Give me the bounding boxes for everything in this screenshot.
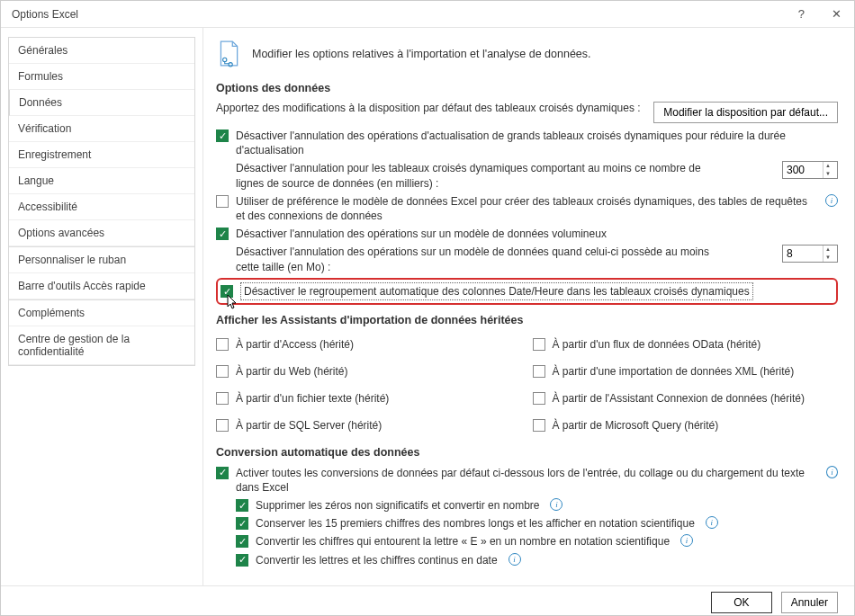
sidebar-item-complements[interactable]: Compléments xyxy=(9,299,194,326)
sidebar-item-label: Langue xyxy=(18,174,54,187)
cancel-button[interactable]: Annuler xyxy=(781,592,838,613)
sidebar-item-label: Données xyxy=(19,96,62,109)
info-icon[interactable]: i xyxy=(550,498,562,511)
sidebar-item-label: Générales xyxy=(18,44,68,57)
sidebar-item-donnees[interactable]: Données xyxy=(9,90,194,116)
svg-point-0 xyxy=(223,58,227,61)
modify-layout-button[interactable]: Modifier la disposition par défaut... xyxy=(653,102,838,123)
opt-disable-undo-model-sub-label: Désactiver l'annulation des opérations s… xyxy=(236,245,722,273)
checkbox-strip-zeros[interactable]: ✓ xyxy=(236,499,248,512)
page-header-text: Modifier les options relatives à l'impor… xyxy=(252,48,591,60)
sidebar-item-label: Vérification xyxy=(18,122,71,135)
sidebar-item-label: Formules xyxy=(18,70,63,83)
checkbox-legacy-sql[interactable] xyxy=(216,419,229,432)
footer: OK Annuler xyxy=(1,585,854,616)
checkbox-legacy-web[interactable] xyxy=(216,365,229,378)
opt-keep-15-digits-label: Conserver les 15 premiers chiffres des n… xyxy=(256,516,695,531)
sidebar-item-label: Enregistrement xyxy=(18,148,91,161)
opt-convert-e-label: Convertir les chiffres qui entourent la … xyxy=(256,534,670,549)
size-threshold-spinner[interactable]: ▲▼ xyxy=(782,245,838,263)
opt-disable-undo-model-label: Désactiver l'annulation des opérations s… xyxy=(236,227,607,241)
titlebar: Options Excel ? ✕ xyxy=(1,1,854,28)
window-title: Options Excel xyxy=(12,8,78,21)
titlebar-buttons: ? ✕ xyxy=(793,5,847,22)
legacy-connection-label: À partir de l'Assistant Connexion de don… xyxy=(553,391,805,406)
sidebar-item-verification[interactable]: Vérification xyxy=(9,116,194,142)
checkbox-legacy-odata[interactable] xyxy=(533,338,545,351)
checkbox-legacy-text[interactable] xyxy=(216,392,229,405)
checkbox-convert-date[interactable]: ✓ xyxy=(236,554,248,567)
legacy-sql-label: À partir de SQL Server (hérité) xyxy=(236,418,382,433)
sidebar-item-langue[interactable]: Langue xyxy=(9,168,194,194)
sidebar-item-label: Personnaliser le ruban xyxy=(18,254,126,266)
sidebar-item-avancees[interactable]: Options avancées xyxy=(9,220,194,246)
checkbox-keep-15-digits[interactable]: ✓ xyxy=(236,517,248,530)
close-button[interactable]: ✕ xyxy=(826,5,847,22)
checkbox-legacy-access[interactable] xyxy=(216,338,229,351)
main-panel: Modifier les options relatives à l'impor… xyxy=(203,28,854,585)
sidebar: Générales Formules Données Vérification … xyxy=(1,28,203,585)
legacy-text-label: À partir d'un fichier texte (hérité) xyxy=(236,391,389,406)
spinner-down-icon[interactable]: ▼ xyxy=(824,254,832,262)
checkbox-legacy-msquery[interactable] xyxy=(533,419,545,432)
opt-disable-undo-refresh-label: Désactiver l'annulation des opérations d… xyxy=(236,129,838,157)
sidebar-item-generales[interactable]: Générales xyxy=(9,38,194,64)
sidebar-item-formules[interactable]: Formules xyxy=(9,64,194,90)
button-label: Modifier la disposition par défaut... xyxy=(663,106,828,119)
legacy-msquery-label: À partir de Microsoft Query (hérité) xyxy=(553,418,719,433)
sidebar-item-ruban[interactable]: Personnaliser le ruban xyxy=(9,246,194,273)
info-icon[interactable]: i xyxy=(508,553,521,566)
button-label: Annuler xyxy=(791,596,828,609)
opt-prefer-data-model-label: Utiliser de préférence le modèle de donn… xyxy=(236,194,813,223)
pivot-intro-text: Apportez des modifications à la disposit… xyxy=(216,102,643,114)
checkbox-prefer-data-model[interactable] xyxy=(216,195,229,208)
checkbox-legacy-connection[interactable] xyxy=(533,392,545,405)
help-button[interactable]: ? xyxy=(793,5,810,22)
info-icon[interactable]: i xyxy=(825,194,838,207)
sidebar-item-confidentialite[interactable]: Centre de gestion de la confidentialité xyxy=(9,326,194,365)
content: Générales Formules Données Vérification … xyxy=(1,28,854,585)
opt-enable-conversions-label: Activer toutes les conversions de donnée… xyxy=(236,466,815,495)
opt-convert-date-label: Convertir les lettres et les chiffres co… xyxy=(256,553,498,567)
section-title-legacy: Afficher les Assistants d'importation de… xyxy=(216,314,838,326)
spinner-down-icon[interactable]: ▼ xyxy=(824,170,832,178)
section-title-conversion: Conversion automatique des données xyxy=(216,446,838,459)
info-icon[interactable]: i xyxy=(680,534,693,547)
sidebar-item-accessibilite[interactable]: Accessibilité xyxy=(9,194,194,220)
checkbox-disable-undo-model[interactable]: ✓ xyxy=(216,228,229,240)
sidebar-item-enregistrement[interactable]: Enregistrement xyxy=(9,142,194,168)
data-page-icon xyxy=(216,40,241,67)
checkbox-disable-undo-refresh[interactable]: ✓ xyxy=(216,129,229,142)
ok-button[interactable]: OK xyxy=(711,592,771,613)
legacy-xml-label: À partir d'une importation de données XM… xyxy=(553,364,795,379)
cursor-icon xyxy=(227,294,239,310)
legacy-web-label: À partir du Web (hérité) xyxy=(236,364,348,379)
rows-threshold-spinner[interactable]: ▲▼ xyxy=(782,161,838,179)
sidebar-item-label: Accessibilité xyxy=(18,201,77,213)
checkbox-convert-e[interactable]: ✓ xyxy=(236,535,248,548)
legacy-odata-label: À partir d'un flux de données OData (hér… xyxy=(553,337,761,352)
spinner-up-icon[interactable]: ▲ xyxy=(824,246,832,254)
sidebar-item-label: Options avancées xyxy=(18,227,104,239)
opt-strip-zeros-label: Supprimer les zéros non significatifs et… xyxy=(256,498,539,513)
checkbox-enable-conversions[interactable]: ✓ xyxy=(216,467,229,479)
spinner-up-icon[interactable]: ▲ xyxy=(824,162,832,170)
sidebar-item-label: Centre de gestion de la confidentialité xyxy=(18,333,130,358)
highlighted-option: ✓ Désactiver le regroupement automatique… xyxy=(216,278,838,305)
section-title-data: Options des données xyxy=(216,82,838,94)
opt-disable-undo-refresh-sub-label: Désactiver l'annulation pour les tableau… xyxy=(236,161,704,190)
button-label: OK xyxy=(734,596,749,609)
sidebar-item-acces-rapide[interactable]: Barre d'outils Accès rapide xyxy=(9,273,194,299)
sidebar-item-label: Compléments xyxy=(18,307,85,319)
opt-disable-date-grouping-label: Désactiver le regroupement automatique d… xyxy=(240,282,753,300)
sidebar-item-label: Barre d'outils Accès rapide xyxy=(18,280,146,292)
rows-threshold-input[interactable] xyxy=(783,163,823,177)
legacy-access-label: À partir d'Access (hérité) xyxy=(236,337,354,352)
page-header: Modifier les options relatives à l'impor… xyxy=(216,40,838,67)
info-icon[interactable]: i xyxy=(826,466,838,478)
size-threshold-input[interactable] xyxy=(783,246,823,261)
info-icon[interactable]: i xyxy=(706,516,718,529)
checkbox-legacy-xml[interactable] xyxy=(533,365,545,378)
